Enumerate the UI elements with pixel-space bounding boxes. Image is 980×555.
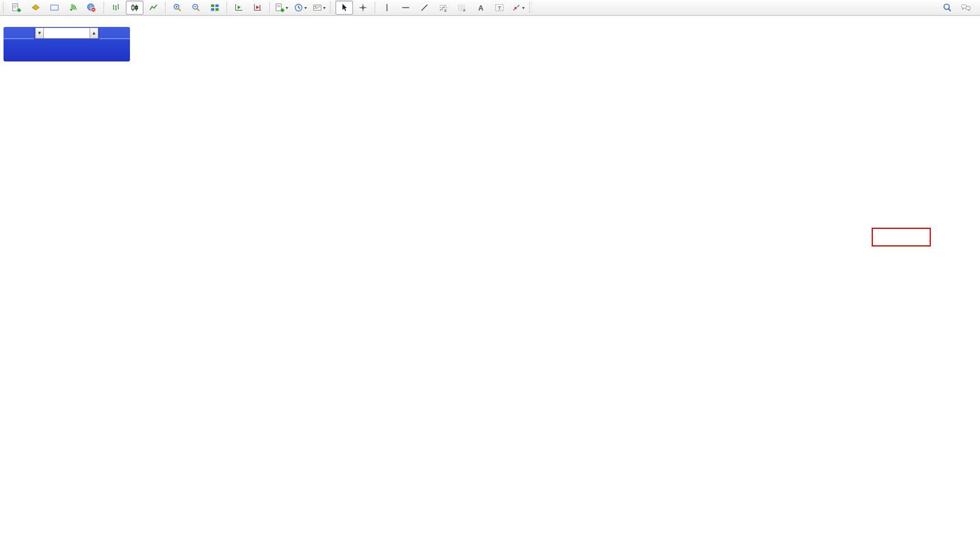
toolbar-separator [269,2,270,13]
sell-price[interactable] [4,39,67,61]
svg-text:A: A [478,4,484,12]
signals-icon [68,3,78,12]
new-indicator-icon [275,3,285,12]
autotrading-button[interactable] [83,1,101,15]
auto-scroll-icon [234,3,244,12]
dropdown-caret-icon: ▾ [286,5,288,11]
volume-increase-button[interactable]: ▲ [90,28,98,39]
tile-windows-button[interactable] [206,1,224,15]
trendline-icon [420,3,429,12]
cursor-button[interactable] [335,1,353,15]
templates-icon [313,3,322,12]
toolbar: ▾ ▾ ▾ E F A [0,0,980,16]
macd-indicator-label [4,342,12,349]
fibo-lines-button[interactable]: F [453,1,471,15]
zoom-in-button[interactable] [169,1,186,15]
volume-stepper: ▼ ▲ [35,28,98,39]
terminal-icon [50,3,59,12]
toolbar-drag-handle [330,2,333,13]
zoom-in-icon [173,3,182,12]
market-watch-icon [31,3,40,12]
candlestick-chart-icon [130,3,139,12]
svg-text:F: F [464,9,466,12]
toolbar-drag-handle [529,2,532,13]
candlestick-chart-button[interactable] [126,1,143,15]
text-button[interactable]: A [472,1,489,15]
zoom-out-icon [191,3,201,12]
search-button[interactable] [938,1,956,15]
search-icon [943,3,952,13]
new-indicator-button[interactable]: ▾ [273,1,290,15]
svg-text:E: E [444,9,447,12]
one-click-trade-panel: ▼ ▲ [4,27,130,61]
periods-icon [294,3,303,12]
text-label-button[interactable]: T [491,1,508,15]
chart-canvas[interactable] [0,0,980,555]
dropdown-caret-icon: ▾ [304,5,307,11]
text-icon: A [476,3,485,12]
fibonacci-button[interactable]: E [434,1,452,15]
toolbar-right-group [938,1,975,15]
toolbar-drag-handle [3,2,6,13]
trendline-button[interactable] [416,1,433,15]
toolbar-separator [227,2,227,13]
toolbar-separator [104,2,104,13]
autotrading-icon [87,3,96,12]
buy-price[interactable] [67,39,130,61]
line-chart-icon [149,3,158,12]
dropdown-caret-icon: ▾ [522,5,525,11]
crosshair-button[interactable] [354,1,372,15]
dropdown-caret-icon: ▾ [323,5,325,11]
vertical-line-icon [382,3,392,12]
terminal-button[interactable] [46,1,63,15]
chat-icon [961,3,971,12]
tile-windows-icon [210,3,220,12]
horizontal-line-icon [401,3,410,12]
toolbar-separator [165,2,166,13]
bar-chart-button[interactable] [107,1,125,15]
horizontal-line-button[interactable] [397,1,414,15]
chart-shift-button[interactable] [249,1,266,15]
volume-input[interactable] [44,28,90,39]
volume-decrease-button[interactable]: ▼ [35,28,44,39]
zoom-out-button[interactable] [187,1,205,15]
periods-button[interactable]: ▾ [292,1,309,15]
arrows-button[interactable]: ▾ [509,1,527,15]
mt4-terminal: ▾ ▾ ▾ E F A [0,0,980,555]
chart-shift-icon [253,3,262,12]
signals-button[interactable] [64,1,82,15]
line-chart-button[interactable] [145,1,162,15]
svg-text:T: T [498,5,502,11]
market-watch-button[interactable] [27,1,44,15]
sell-button[interactable] [4,27,34,39]
text-label-icon: T [495,3,504,12]
auto-scroll-button[interactable] [230,1,248,15]
templates-button[interactable]: ▾ [310,1,328,15]
fibo-lines-icon: F [457,3,467,12]
cursor-icon [340,3,349,12]
fibonacci-icon: E [438,3,448,12]
chat-button[interactable] [957,1,975,15]
price-callout-box[interactable] [872,228,931,246]
new-order-button[interactable] [8,1,26,15]
buy-button[interactable] [100,27,130,39]
vertical-line-button[interactable] [378,1,396,15]
toolbar-separator [375,2,375,13]
new-order-icon [12,3,21,12]
arrows-icon [512,3,521,12]
crosshair-icon [358,3,368,12]
bar-chart-icon [111,3,121,12]
rsi-indicator-label [4,449,9,456]
